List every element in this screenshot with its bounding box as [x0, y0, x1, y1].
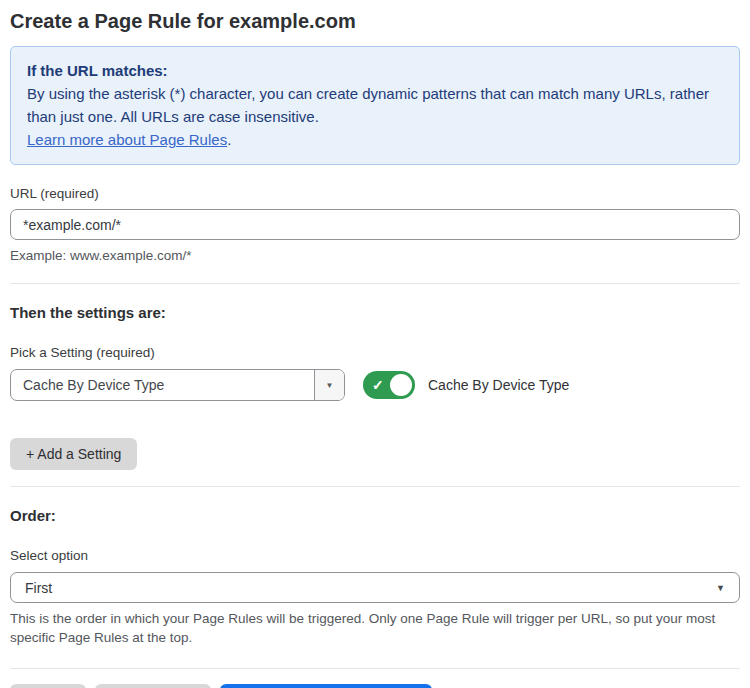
check-icon: ✓ — [372, 378, 384, 392]
footer-actions: Cancel Save as Draft Save and Deploy Pag… — [10, 684, 740, 688]
setting-dropdown[interactable]: Cache By Device Type ▼ — [10, 369, 345, 401]
save-as-draft-button[interactable]: Save as Draft — [95, 684, 212, 688]
order-helper-text: This is the order in which your Page Rul… — [10, 609, 734, 647]
url-field-label: URL (required) — [10, 186, 740, 202]
order-select-value: First — [25, 580, 52, 596]
link-period: . — [227, 131, 231, 148]
url-match-info-box: If the URL matches: By using the asteris… — [10, 46, 740, 165]
info-box-heading: If the URL matches: — [27, 59, 723, 82]
setting-dropdown-value: Cache By Device Type — [11, 370, 314, 400]
setting-row: Cache By Device Type ▼ ✓ Cache By Device… — [10, 369, 740, 401]
caret-down-icon: ▼ — [716, 583, 725, 593]
page-title: Create a Page Rule for example.com — [10, 9, 740, 33]
divider — [10, 283, 740, 284]
toggle-knob — [390, 374, 412, 396]
learn-more-link[interactable]: Learn more about Page Rules — [27, 131, 227, 148]
settings-section-heading: Then the settings are: — [10, 304, 740, 322]
info-box-body: By using the asterisk (*) character, you… — [27, 82, 723, 128]
divider — [10, 486, 740, 487]
select-option-label: Select option — [10, 548, 740, 564]
pick-setting-label: Pick a Setting (required) — [10, 345, 740, 361]
setting-toggle-group: ✓ Cache By Device Type — [363, 371, 569, 399]
add-setting-button[interactable]: + Add a Setting — [10, 438, 137, 470]
cancel-button[interactable]: Cancel — [10, 684, 86, 688]
create-page-rule-form: Create a Page Rule for example.com If th… — [0, 0, 750, 688]
url-field-helper: Example: www.example.com/* — [10, 246, 740, 265]
url-input[interactable] — [10, 209, 740, 240]
divider — [10, 668, 740, 669]
order-section-heading: Order: — [10, 507, 740, 525]
info-box-link-line: Learn more about Page Rules. — [27, 128, 723, 151]
caret-down-icon[interactable]: ▼ — [314, 370, 344, 400]
info-box-body-text: By using the asterisk (*) character, you… — [27, 85, 709, 125]
order-select[interactable]: First ▼ — [10, 572, 740, 603]
toggle-label: Cache By Device Type — [428, 377, 569, 393]
save-and-deploy-button[interactable]: Save and Deploy Page Rule — [220, 684, 432, 688]
cache-by-device-type-toggle[interactable]: ✓ — [363, 371, 415, 399]
